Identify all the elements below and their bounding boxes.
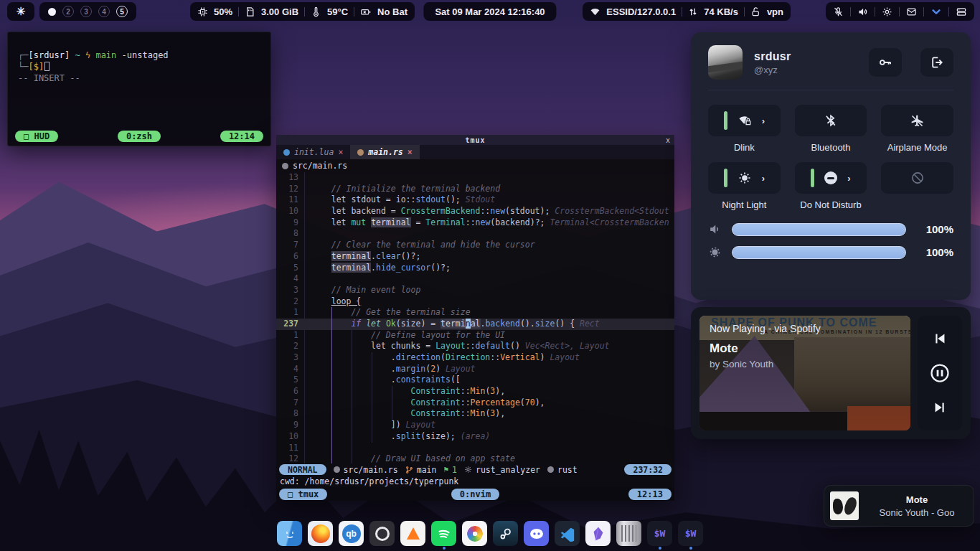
code-line: 4 .margin(2) Layout [276, 364, 674, 375]
terminal-output: ┌─[srdusr] ~ ϟ main -unstaged └─[$] -- I… [8, 32, 270, 88]
tmux-window-name[interactable]: □ tmux [279, 489, 327, 500]
dock-item-dollar-w[interactable]: $W [647, 521, 672, 550]
qbittorrent-icon[interactable]: qb [339, 521, 364, 546]
discord-icon[interactable] [524, 521, 549, 546]
terminal-window[interactable]: ┌─[srdusr] ~ ϟ main -unstaged └─[$] -- I… [7, 32, 271, 146]
spotify-icon[interactable] [431, 521, 456, 546]
system-tray [826, 2, 974, 21]
layout-tray-icon[interactable] [956, 6, 967, 17]
toggle-do-not-disturb[interactable]: › [795, 162, 867, 194]
next-track-button[interactable] [932, 400, 948, 415]
code-line: 1 // Get the terminal size [276, 307, 674, 319]
dock-item-discord[interactable] [524, 521, 549, 550]
firefox-icon[interactable] [308, 521, 333, 546]
brightness-slider[interactable] [732, 246, 906, 259]
workspace-switcher[interactable]: 2345 [39, 2, 136, 21]
panel-toggle-chevron-icon[interactable] [930, 6, 942, 17]
dock-item-spotify[interactable] [431, 521, 456, 550]
lock-keys-button[interactable] [869, 48, 902, 77]
tab-close-icon[interactable]: × [338, 147, 343, 157]
active-indicator [724, 111, 727, 130]
volume-slider[interactable] [732, 223, 906, 236]
mic-muted-icon[interactable] [833, 6, 844, 17]
obsidian-icon[interactable] [585, 521, 611, 546]
editor-window[interactable]: tmux x init.lua × main.rs × src/main.rs [276, 135, 674, 501]
network-speed: 74 KB/s [704, 6, 738, 17]
divider [682, 7, 682, 17]
notification-popup[interactable]: Mote Sonic Youth - Goo [824, 485, 974, 527]
dock-item-trash[interactable] [616, 521, 641, 550]
dock-item-photos[interactable] [462, 521, 487, 550]
git-state: -unstaged [122, 50, 169, 60]
workspace-1[interactable] [48, 8, 56, 16]
toggle-label: Airplane Mode [881, 142, 953, 154]
volume-icon [708, 222, 722, 236]
toggle-bluetooth[interactable] [795, 105, 867, 136]
chevron-right-icon[interactable]: › [847, 173, 850, 184]
workspace-5[interactable]: 5 [116, 6, 128, 17]
network-traffic-icon [688, 6, 698, 17]
close-window-button[interactable]: x [661, 136, 674, 144]
vscode-icon[interactable] [555, 521, 580, 546]
toggle-airplane-mode[interactable] [881, 105, 953, 136]
ban-icon [910, 171, 925, 185]
toggle-blank[interactable] [881, 162, 953, 194]
tmux-session-label[interactable]: 0:nvim [451, 489, 499, 500]
dock-item-dollar-w[interactable]: $W [678, 521, 703, 550]
now-playing-caption: Now Playing - via Spotify [710, 323, 903, 334]
previous-track-button[interactable] [932, 331, 948, 347]
tab-main-rs[interactable]: main.rs × [350, 145, 419, 159]
dock-item-file-manager[interactable] [277, 521, 302, 550]
dock-item-qbittorrent[interactable]: qb [339, 521, 364, 550]
divider [948, 7, 949, 17]
sun-icon [738, 171, 752, 185]
dock-item-obsidian[interactable] [585, 521, 611, 550]
launcher-button[interactable]: ✳ [7, 2, 34, 21]
dock-item-steam[interactable] [493, 521, 518, 550]
code-line: 5 terminal.hide_cursor()?; [276, 263, 674, 274]
photos-icon[interactable] [462, 521, 487, 546]
speaker-icon[interactable] [857, 6, 868, 17]
code-area[interactable]: 1312 // Initialize the terminal backend1… [276, 172, 674, 463]
dock-item-obs[interactable] [369, 521, 395, 550]
workspace-4[interactable]: 4 [98, 6, 110, 17]
network-widget: ESSID/127.0.0.1 74 KB/s vpn [583, 2, 791, 21]
divider [354, 7, 354, 17]
logout-button[interactable] [920, 48, 953, 77]
tab-close-icon[interactable]: × [407, 147, 413, 157]
indent-guide [392, 386, 392, 420]
settings-gear-icon[interactable] [882, 6, 892, 17]
steam-icon[interactable] [493, 521, 518, 546]
vlc-icon[interactable] [400, 521, 425, 546]
code-line: 13 [276, 172, 674, 184]
code-line: 4 [276, 273, 674, 285]
tmux-session-label[interactable]: 0:zsh [118, 131, 161, 142]
toggle-wifi-dlink[interactable]: › [708, 105, 781, 136]
trash-icon[interactable] [616, 521, 641, 546]
dock-item-vscode[interactable] [555, 521, 580, 550]
tmux-window-name[interactable]: □ HUD [15, 131, 58, 142]
file-manager-icon[interactable] [277, 521, 302, 546]
dock-item-firefox[interactable] [308, 521, 333, 550]
dollar-w-icon[interactable]: $W [678, 521, 703, 546]
rust-file-icon [334, 466, 340, 473]
pause-button[interactable] [929, 362, 951, 384]
code-line: 12 // Draw UI based on app state [276, 453, 674, 463]
tab-init-lua[interactable]: init.lua × [276, 145, 350, 159]
dock-item-vlc[interactable] [400, 521, 425, 550]
code-line: 6 terminal.clear()?; [276, 251, 674, 263]
toggle-night-light[interactable]: › [708, 162, 781, 194]
workspace-2[interactable]: 2 [62, 6, 74, 17]
clock-widget[interactable]: Sat 09 Mar 2024 12:16:40 [423, 2, 556, 21]
dollar-w-icon[interactable]: $W [647, 521, 672, 546]
spotify-waves-icon [435, 525, 453, 542]
cwd-line: cwd: /home/srdusr/projects/typerpunk [276, 476, 674, 487]
obs-icon[interactable] [369, 521, 395, 546]
wifi-lock-icon [738, 113, 752, 128]
chevron-right-icon[interactable]: › [762, 173, 765, 184]
chevron-right-icon[interactable]: › [762, 116, 765, 126]
mail-icon[interactable] [906, 6, 917, 17]
window-title: tmux [289, 136, 661, 144]
workspace-3[interactable]: 3 [80, 6, 92, 17]
code-line: 8 Constraint::Min(3), [276, 408, 674, 420]
